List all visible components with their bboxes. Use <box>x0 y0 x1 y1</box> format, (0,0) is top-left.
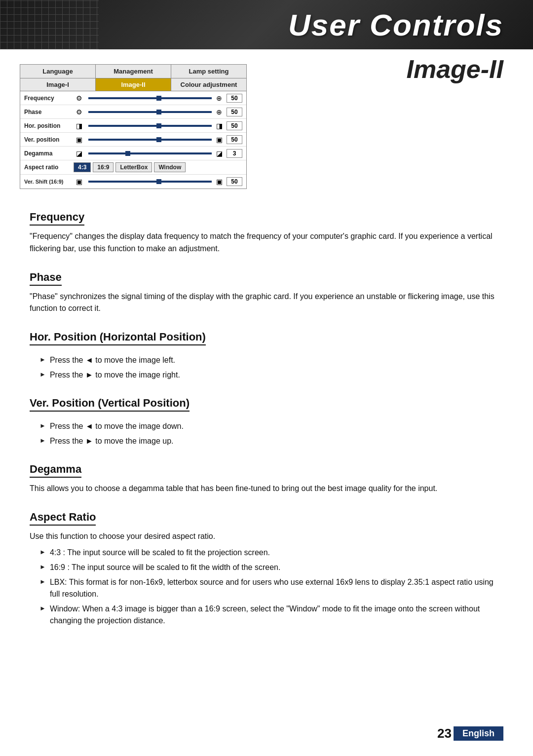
heading-ver-position: Ver. Position (Vertical Position) <box>30 397 190 412</box>
bullet-arrow-icon-2: ► <box>39 370 46 379</box>
header: User Controls <box>0 0 533 49</box>
row-label-frequency: Frequency <box>24 95 74 102</box>
phase-slider[interactable] <box>88 111 212 113</box>
bullet-arrow-icon-7: ► <box>39 577 46 587</box>
frequency-value: 50 <box>227 94 242 103</box>
bullet-text-aspect-window: Window: When a 4:3 image is bigger than … <box>50 603 503 627</box>
tab-lamp-setting[interactable]: Lamp setting <box>171 65 246 78</box>
ver-shift-value: 50 <box>227 177 242 186</box>
page-number: 23 <box>437 726 452 741</box>
aspect-btn-window[interactable]: Window <box>154 162 186 172</box>
text-phase: "Phase" synchronizes the signal timing o… <box>30 291 503 315</box>
section-degamma: Degamma This allows you to choose a dega… <box>30 451 503 495</box>
section-hor-position: Hor. Position (Horizontal Position) ► Pr… <box>30 319 503 381</box>
tab-language[interactable]: Language <box>20 65 96 78</box>
text-degamma: This allows you to choose a degamma tabl… <box>30 483 503 495</box>
hor-position-slider[interactable] <box>88 125 212 127</box>
heading-aspect-ratio: Aspect Ratio <box>30 511 96 526</box>
menu-row-aspect-ratio: Aspect ratio 4:3 16:9 LetterBox Window <box>20 160 246 175</box>
section-main-title: Image-II <box>407 54 504 84</box>
ver-position-icon-left: ▣ <box>74 135 84 144</box>
bullet-text-hor-left: Press the ◄ to move the image left. <box>50 354 175 366</box>
ver-shift-icon-left: ▣ <box>74 177 84 186</box>
subtab-image-ii[interactable]: Image-II <box>96 78 171 91</box>
ver-position-icon-right: ▣ <box>214 135 225 144</box>
degamma-icon-left: ◪ <box>74 149 84 158</box>
header-grid-decoration <box>0 0 99 49</box>
row-label-degamma: Degamma <box>24 150 74 157</box>
row-label-phase: Phase <box>24 109 74 115</box>
phase-icon-right: ⊕ <box>214 108 225 116</box>
text-frequency: "Frequency" changes the display data fre… <box>30 230 503 255</box>
menu-row-hor-position: Hor. position ◨ ◨ 50 <box>20 119 246 133</box>
bullet-text-hor-right: Press the ► to move the image right. <box>50 369 180 381</box>
page-footer: 23 English <box>437 726 503 741</box>
bullet-arrow-icon-6: ► <box>39 562 46 572</box>
bullet-arrow-icon-5: ► <box>39 547 46 557</box>
menu-row-degamma: Degamma ◪ ◪ 3 <box>20 147 246 160</box>
bullets-hor-position: ► Press the ◄ to move the image left. ► … <box>39 354 503 381</box>
degamma-icon-right: ◪ <box>214 149 225 158</box>
section-aspect-ratio: Aspect Ratio Use this function to choose… <box>30 499 503 627</box>
ver-position-slider[interactable] <box>88 139 212 141</box>
bullet-arrow-icon-4: ► <box>39 436 46 446</box>
ver-position-value: 50 <box>227 135 242 144</box>
hor-position-value: 50 <box>227 121 242 130</box>
menu-row-frequency: Frequency ⚙ ⊕ 50 <box>20 91 246 105</box>
bullet-arrow-icon-3: ► <box>39 421 46 431</box>
bullet-ver-down: ► Press the ◄ to move the image down. <box>39 420 503 432</box>
frequency-slider[interactable] <box>88 97 212 99</box>
section-frequency: Frequency "Frequency" changes the displa… <box>30 199 503 255</box>
section-ver-position: Ver. Position (Vertical Position) ► Pres… <box>30 385 503 447</box>
menu-row-phase: Phase ⚙ ⊕ 50 <box>20 105 246 119</box>
text-aspect-ratio: Use this function to choose your desired… <box>30 530 503 543</box>
bullet-ver-up: ► Press the ► to move the image up. <box>39 435 503 447</box>
bullet-aspect-4-3: ► 4:3 : The input source will be scaled … <box>39 547 503 559</box>
aspect-btn-16-9[interactable]: 16:9 <box>93 162 114 172</box>
frequency-icon-right: ⊕ <box>214 94 225 103</box>
hor-position-icon-left: ◨ <box>74 121 84 130</box>
heading-phase: Phase <box>30 271 62 286</box>
bullet-aspect-window: ► Window: When a 4:3 image is bigger tha… <box>39 603 503 627</box>
subtab-colour-adjustment[interactable]: Colour adjustment <box>171 78 246 91</box>
aspect-btn-4-3[interactable]: 4:3 <box>74 162 91 172</box>
bullet-text-aspect-4-3: 4:3 : The input source will be scaled to… <box>50 547 270 559</box>
bullet-arrow-icon: ► <box>39 355 46 365</box>
frequency-icon-left: ⚙ <box>74 94 84 103</box>
bullet-aspect-16-9: ► 16:9 : The input source will be scaled… <box>39 562 503 573</box>
menu-row-ver-shift: Ver. Shift (16:9) ▣ ▣ 50 <box>20 175 246 189</box>
bullet-hor-left: ► Press the ◄ to move the image left. <box>39 354 503 366</box>
bullet-text-ver-down: Press the ◄ to move the image down. <box>50 420 184 432</box>
menu-sub-tabs: Image-I Image-II Colour adjustment <box>20 78 246 91</box>
main-content: Frequency "Frequency" changes the displa… <box>30 199 503 627</box>
ver-shift-slider[interactable] <box>88 181 212 183</box>
page-title: User Controls <box>288 7 503 42</box>
bullet-text-ver-up: Press the ► to move the image up. <box>50 435 174 447</box>
section-phase: Phase "Phase" synchronizes the signal ti… <box>30 259 503 315</box>
row-label-hor-position: Hor. position <box>24 122 74 129</box>
bullet-text-aspect-16-9: 16:9 : The input source will be scaled t… <box>50 562 281 573</box>
heading-hor-position: Hor. Position (Horizontal Position) <box>30 331 206 345</box>
heading-frequency: Frequency <box>30 211 84 226</box>
bullets-ver-position: ► Press the ◄ to move the image down. ► … <box>39 420 503 447</box>
page-language: English <box>454 726 503 741</box>
bullet-text-aspect-lbx: LBX: This format is for non-16x9, letter… <box>50 576 503 600</box>
tab-management[interactable]: Management <box>96 65 171 78</box>
ver-shift-icon-right: ▣ <box>214 177 225 186</box>
menu-top-tabs: Language Management Lamp setting <box>20 65 246 78</box>
degamma-slider[interactable] <box>88 152 212 154</box>
subtab-image-i[interactable]: Image-I <box>20 78 96 91</box>
menu-row-ver-position: Ver. position ▣ ▣ 50 <box>20 133 246 147</box>
bullet-arrow-icon-8: ► <box>39 604 46 613</box>
bullet-aspect-lbx: ► LBX: This format is for non-16x9, lett… <box>39 576 503 600</box>
phase-icon-left: ⚙ <box>74 108 84 116</box>
row-label-aspect-ratio: Aspect ratio <box>24 164 74 171</box>
heading-degamma: Degamma <box>30 463 81 478</box>
bullet-hor-right: ► Press the ► to move the image right. <box>39 369 503 381</box>
aspect-btn-letterbox[interactable]: LetterBox <box>115 162 152 172</box>
menu-panel: Language Management Lamp setting Image-I… <box>20 64 247 189</box>
row-label-ver-position: Ver. position <box>24 136 74 143</box>
phase-value: 50 <box>227 108 242 116</box>
row-label-ver-shift: Ver. Shift (16:9) <box>24 179 74 185</box>
hor-position-icon-right: ◨ <box>214 121 225 130</box>
